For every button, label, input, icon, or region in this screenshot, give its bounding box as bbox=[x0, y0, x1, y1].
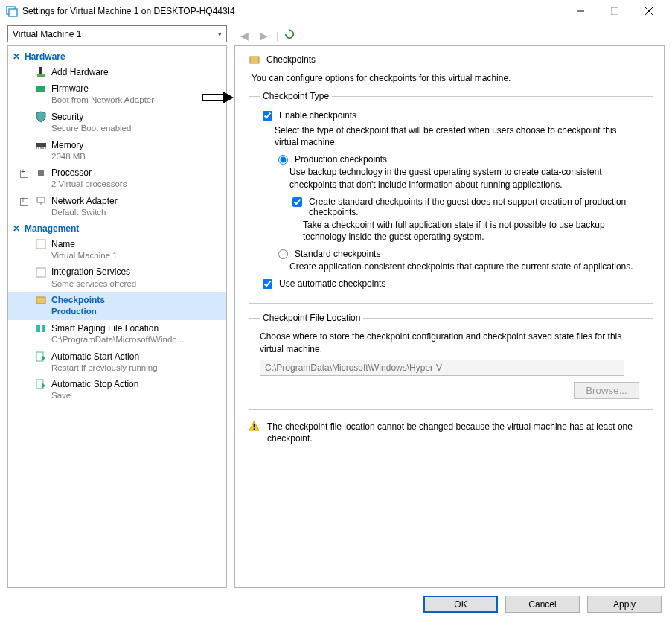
enable-checkpoints-checkbox[interactable] bbox=[263, 111, 272, 121]
nav-network-adapter[interactable]: Network Adapter Default Switch bbox=[8, 193, 226, 221]
minimize-button[interactable] bbox=[563, 0, 598, 22]
dialog-buttons: OK Cancel Apply bbox=[0, 588, 672, 620]
nav-section-management-label: Management bbox=[25, 223, 79, 234]
production-checkpoints-row[interactable]: Production checkpoints bbox=[275, 154, 642, 165]
nav-section-hardware-label: Hardware bbox=[25, 51, 65, 62]
svg-rect-15 bbox=[38, 170, 44, 176]
nav-integration-services[interactable]: Integration Services Some services offer… bbox=[8, 264, 226, 292]
checkpoints-header-icon bbox=[249, 54, 260, 66]
ok-button[interactable]: OK bbox=[423, 596, 498, 613]
nav-memory[interactable]: Memory 2048 MB bbox=[8, 137, 226, 165]
nav-label: Automatic Stop Action bbox=[51, 378, 138, 390]
nav-section-hardware[interactable]: ✕ Hardware bbox=[8, 49, 226, 64]
close-button[interactable] bbox=[632, 0, 666, 22]
nav-label: Checkpoints bbox=[51, 294, 105, 306]
vm-selector-dropdown[interactable]: Virtual Machine 1 ▾ bbox=[7, 25, 227, 42]
create-standard-if-unsupported-checkbox[interactable] bbox=[292, 197, 302, 207]
nav-firmware[interactable]: Firmware Boot from Network Adapter bbox=[8, 80, 226, 109]
checkpoints-panel: Checkpoints You can configure options fo… bbox=[234, 45, 665, 588]
nav-checkpoints[interactable]: Checkpoints Production bbox=[8, 292, 226, 320]
select-type-text: Select the type of checkpoint that will … bbox=[275, 124, 642, 148]
use-automatic-checkpoints-checkbox[interactable] bbox=[263, 279, 272, 289]
svg-rect-9 bbox=[36, 143, 46, 147]
apply-button[interactable]: Apply bbox=[587, 596, 662, 613]
svg-rect-21 bbox=[36, 297, 45, 304]
collapse-icon: ✕ bbox=[13, 51, 20, 62]
checkpoint-type-fieldset: Checkpoint Type Enable checkpoints Selec… bbox=[249, 91, 653, 304]
processor-icon bbox=[35, 167, 47, 179]
warning-icon bbox=[249, 421, 260, 433]
vm-selector-value: Virtual Machine 1 bbox=[13, 29, 82, 39]
svg-text:I: I bbox=[38, 240, 40, 249]
svg-rect-6 bbox=[39, 67, 42, 74]
name-icon: I bbox=[35, 238, 47, 250]
nav-sublabel: Secure Boot enabled bbox=[51, 123, 222, 135]
checkpoint-type-legend: Checkpoint Type bbox=[260, 91, 332, 101]
titlebar: Settings for Virtual Machine 1 on DESKTO… bbox=[0, 0, 672, 22]
back-button[interactable]: ◀ bbox=[237, 30, 251, 42]
nav-section-management[interactable]: ✕ Management bbox=[8, 221, 226, 236]
integration-icon bbox=[35, 267, 47, 278]
chevron-down-icon: ▾ bbox=[218, 31, 222, 38]
nav-label: Processor bbox=[51, 167, 92, 179]
nav-name[interactable]: I Name Virtual Machine 1 bbox=[8, 236, 226, 264]
collapse-icon: ✕ bbox=[13, 223, 20, 234]
create-standard-if-unsupported-row[interactable]: Create standard checkpoints if the guest… bbox=[289, 197, 642, 217]
nav-processor[interactable]: Processor 2 Virtual processors bbox=[8, 165, 226, 193]
production-checkpoints-desc: Use backup technology in the guest opera… bbox=[289, 166, 642, 190]
nav-label: Firmware bbox=[51, 83, 89, 95]
checkpoint-file-location-desc: Choose where to store the checkpoint con… bbox=[260, 331, 642, 354]
production-checkpoints-label: Production checkpoints bbox=[295, 154, 387, 165]
nav-label: Network Adapter bbox=[51, 195, 118, 207]
nav-label: Add Hardware bbox=[51, 66, 109, 78]
nav-history-bar: ◀ ▶ | bbox=[234, 25, 665, 45]
nav-sublabel: 2 Virtual processors bbox=[51, 179, 222, 191]
memory-icon bbox=[35, 139, 47, 151]
nav-sublabel: Production bbox=[51, 306, 222, 318]
nav-label: Memory bbox=[51, 139, 83, 151]
nav-sublabel: Virtual Machine 1 bbox=[51, 250, 222, 262]
nav-sublabel: Save bbox=[51, 390, 222, 402]
svg-rect-8 bbox=[36, 86, 45, 92]
use-automatic-checkpoints-row[interactable]: Use automatic checkpoints bbox=[260, 278, 642, 291]
nav-sublabel: Some services offered bbox=[51, 278, 222, 290]
enable-checkpoints-row[interactable]: Enable checkpoints bbox=[260, 110, 642, 123]
svg-point-31 bbox=[254, 428, 255, 430]
nav-sublabel: 2048 MB bbox=[51, 151, 222, 163]
svg-rect-22 bbox=[36, 325, 40, 332]
svg-rect-7 bbox=[37, 74, 45, 77]
nav-auto-start[interactable]: Automatic Start Action Restart if previo… bbox=[8, 348, 226, 377]
nav-label: Automatic Start Action bbox=[51, 351, 139, 363]
auto-start-icon bbox=[35, 351, 47, 363]
nav-security[interactable]: Security Secure Boot enabled bbox=[8, 109, 226, 137]
nav-label: Name bbox=[51, 238, 75, 250]
refresh-button[interactable] bbox=[284, 29, 298, 42]
nav-sublabel: Restart if previously running bbox=[51, 363, 222, 374]
nav-sublabel: C:\ProgramData\Microsoft\Windo... bbox=[51, 334, 222, 346]
browse-button: Browse... bbox=[574, 382, 639, 399]
cancel-button[interactable]: Cancel bbox=[505, 596, 580, 613]
panel-title: Checkpoints bbox=[266, 54, 316, 65]
nav-auto-stop[interactable]: Automatic Stop Action Save bbox=[8, 376, 226, 404]
nav-sublabel: Default Switch bbox=[51, 207, 222, 219]
standard-checkpoints-radio[interactable] bbox=[278, 249, 288, 259]
nav-sublabel: Boot from Network Adapter bbox=[51, 95, 222, 106]
create-standard-if-unsupported-desc: Take a checkpoint with full application … bbox=[303, 219, 642, 243]
nav-smart-paging[interactable]: Smart Paging File Location C:\ProgramDat… bbox=[8, 320, 226, 348]
standard-checkpoints-label: Standard checkpoints bbox=[295, 249, 380, 259]
checkpoint-file-path-input bbox=[260, 360, 624, 376]
checkpoints-icon bbox=[35, 294, 47, 306]
panel-intro: You can configure options for checkpoint… bbox=[252, 73, 653, 83]
standard-checkpoints-row[interactable]: Standard checkpoints bbox=[275, 249, 642, 259]
app-icon bbox=[6, 5, 18, 17]
standard-checkpoints-desc: Create application-consistent checkpoint… bbox=[289, 261, 642, 272]
use-automatic-checkpoints-label: Use automatic checkpoints bbox=[279, 278, 385, 289]
production-checkpoints-radio[interactable] bbox=[278, 155, 288, 165]
nav-label: Security bbox=[51, 111, 83, 123]
forward-button[interactable]: ▶ bbox=[257, 30, 270, 42]
settings-nav: ✕ Hardware Add Hardware Firmware Boot fr… bbox=[7, 45, 227, 588]
maximize-button[interactable] bbox=[598, 0, 632, 22]
checkpoint-file-location-fieldset: Checkpoint File Location Choose where to… bbox=[249, 313, 653, 409]
nav-add-hardware[interactable]: Add Hardware bbox=[8, 64, 226, 80]
svg-rect-29 bbox=[250, 57, 259, 63]
